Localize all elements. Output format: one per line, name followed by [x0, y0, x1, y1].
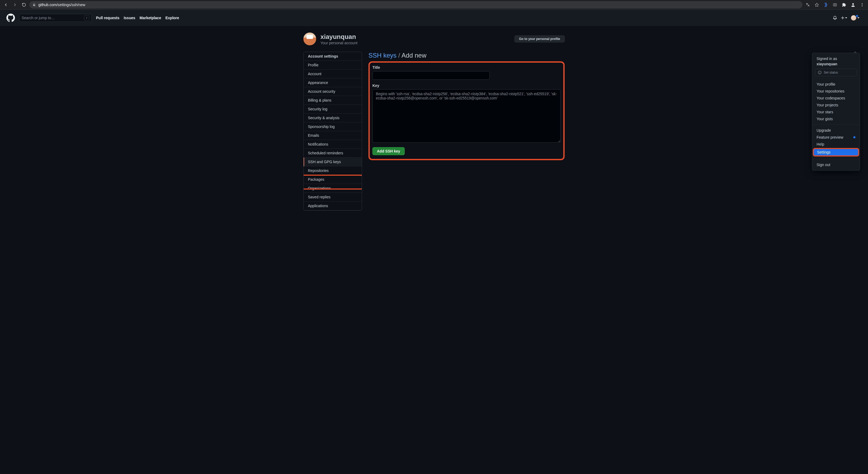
back-button[interactable]: [2, 1, 9, 8]
nav-pull-requests[interactable]: Pull requests: [96, 16, 119, 20]
annotation-form-highlight: Title Key Add SSH key: [368, 61, 565, 160]
user-avatar-large[interactable]: [303, 33, 316, 45]
user-menu-trigger[interactable]: [851, 15, 860, 21]
breadcrumb-ssh-keys[interactable]: SSH keys: [368, 52, 396, 59]
svg-marker-0: [815, 3, 818, 6]
create-new-dropdown[interactable]: [841, 16, 847, 20]
dropdown-your-stars[interactable]: Your stars: [812, 108, 860, 116]
key-label: Key: [372, 84, 561, 88]
extension-icon-1[interactable]: [822, 1, 830, 8]
dropdown-your-repositories[interactable]: Your repositories: [812, 88, 860, 95]
title-label: Title: [372, 65, 561, 70]
dropdown-your-codespaces[interactable]: Your codespaces: [812, 95, 860, 102]
sidebar-item-account-security[interactable]: Account security: [304, 87, 362, 96]
search-placeholder: Search or jump to…: [22, 16, 84, 20]
page-header: xiayunquan Your personal account Go to y…: [303, 33, 565, 45]
bookmark-star-icon[interactable]: [813, 1, 820, 8]
sidebar-item-repositories[interactable]: Repositories: [304, 166, 362, 175]
user-dropdown-menu: Signed in as xiayunquan Set status Your …: [812, 53, 860, 170]
browser-toolbar: github.com/settings/ssh/new: [0, 0, 868, 9]
nav-explore[interactable]: Explore: [165, 16, 179, 20]
settings-sidebar: Account settings Profile Account Appeara…: [303, 52, 362, 211]
reload-button[interactable]: [20, 1, 28, 8]
lock-icon: [33, 3, 36, 6]
url-text: github.com/settings/ssh/new: [38, 3, 85, 7]
sidebar-item-security-log[interactable]: Security log: [304, 105, 362, 114]
sidebar-item-organizations[interactable]: Organizations: [304, 184, 362, 193]
breadcrumb-current: Add new: [401, 52, 426, 59]
dropdown-your-profile[interactable]: Your profile: [812, 81, 860, 88]
profile-icon[interactable]: [849, 1, 857, 8]
search-shortcut-badge: /: [84, 15, 89, 21]
add-ssh-key-button[interactable]: Add SSH key: [372, 147, 405, 155]
extensions-puzzle-icon[interactable]: [840, 1, 848, 8]
svg-point-6: [862, 6, 863, 6]
svg-point-5: [862, 4, 863, 5]
address-bar[interactable]: github.com/settings/ssh/new: [29, 1, 802, 8]
kebab-menu-icon[interactable]: [859, 1, 866, 8]
page-title: SSH keys / Add new: [368, 52, 565, 59]
title-input[interactable]: [372, 71, 490, 80]
dropdown-your-projects[interactable]: Your projects: [812, 102, 860, 108]
sidebar-item-emails[interactable]: Emails: [304, 131, 362, 140]
badge-dot-icon: [856, 15, 859, 17]
dropdown-signed-in-as: Signed in as xiayunquan: [812, 55, 860, 69]
goto-profile-button[interactable]: Go to your personal profile: [515, 35, 565, 42]
sidebar-item-appearance[interactable]: Appearance: [304, 78, 362, 87]
page-username: xiayunquan: [320, 33, 358, 41]
dropdown-sign-out[interactable]: Sign out: [812, 161, 860, 168]
sidebar-item-ssh-gpg-keys[interactable]: SSH and GPG keys: [304, 158, 362, 166]
svg-point-7: [818, 71, 821, 74]
set-status-button[interactable]: Set status: [815, 69, 857, 76]
sidebar-item-scheduled-reminders[interactable]: Scheduled reminders: [304, 149, 362, 158]
smiley-icon: [818, 71, 822, 74]
svg-rect-1: [833, 3, 837, 6]
sidebar-item-notifications[interactable]: Notifications: [304, 140, 362, 149]
sidebar-item-security-analysis[interactable]: Security & analysis: [304, 114, 362, 122]
sidebar-item-packages[interactable]: Packages: [304, 175, 362, 184]
nav-issues[interactable]: Issues: [124, 16, 135, 20]
svg-point-3: [852, 3, 854, 5]
github-logo[interactable]: [6, 13, 15, 22]
dropdown-feature-preview[interactable]: Feature preview: [812, 134, 860, 141]
sidebar-item-applications[interactable]: Applications: [304, 201, 362, 210]
sidebar-item-profile[interactable]: Profile: [304, 61, 362, 70]
sidebar-item-saved-replies[interactable]: Saved replies: [304, 193, 362, 201]
user-avatar-icon: [851, 15, 856, 21]
dropdown-upgrade[interactable]: Upgrade: [812, 127, 860, 134]
sidebar-item-account[interactable]: Account: [304, 70, 362, 78]
sidebar-heading: Account settings: [304, 52, 362, 61]
svg-point-2: [834, 4, 835, 5]
forward-button[interactable]: [11, 1, 19, 8]
page-subtitle: Your personal account: [320, 41, 358, 45]
notifications-icon[interactable]: [833, 16, 837, 20]
feature-preview-dot-icon: [853, 136, 856, 138]
site-header: Search or jump to… / Pull requests Issue…: [0, 9, 868, 26]
sidebar-item-billing[interactable]: Billing & plans: [304, 96, 362, 105]
sidebar-item-sponsorship-log[interactable]: Sponsorship log: [304, 122, 362, 131]
translate-icon[interactable]: [804, 1, 811, 8]
key-textarea[interactable]: [372, 89, 561, 143]
dropdown-settings[interactable]: Settings: [813, 148, 859, 157]
nav-marketplace[interactable]: Marketplace: [140, 16, 161, 20]
search-input[interactable]: Search or jump to… /: [19, 14, 92, 22]
dropdown-help[interactable]: Help: [812, 141, 860, 148]
dropdown-your-gists[interactable]: Your gists: [812, 116, 860, 122]
primary-nav: Pull requests Issues Marketplace Explore: [96, 16, 179, 20]
extension-icon-2[interactable]: [831, 1, 839, 8]
svg-point-4: [862, 3, 863, 4]
